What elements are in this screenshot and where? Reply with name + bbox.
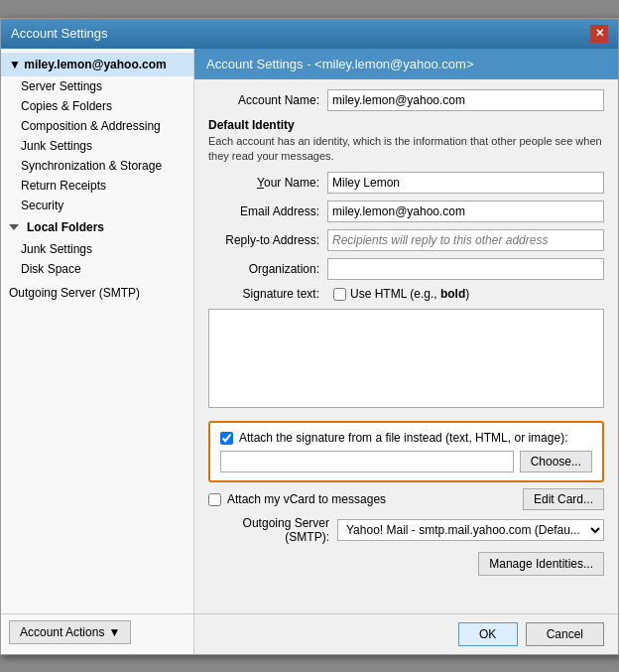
sidebar-item-copies-folders[interactable]: Copies & Folders — [1, 96, 193, 116]
email-row: Email Address: — [208, 201, 604, 222]
account-actions-label: Account Actions — [20, 625, 104, 639]
sidebar-item-sync-storage[interactable]: Synchronization & Storage — [1, 156, 193, 176]
sidebar: ▼ miley.lemon@yahoo.com Server Settings … — [1, 49, 194, 654]
attach-sig-file-input[interactable] — [220, 451, 514, 472]
account-name-input[interactable] — [327, 89, 604, 111]
sidebar-item-label: Composition & Addressing — [21, 119, 161, 133]
reply-to-row: Reply-to Address: — [208, 229, 604, 251]
vcard-row: Attach my vCard to messages Edit Card... — [208, 488, 604, 510]
account-name-label: Account Name: — [208, 93, 327, 107]
sidebar-item-label: Disk Space — [21, 262, 81, 276]
use-html-label: Use HTML (e.g., bold) — [350, 287, 469, 301]
title-bar: Account Settings ✕ — [1, 19, 618, 49]
ok-button[interactable]: OK — [458, 622, 518, 646]
sidebar-item-label: Junk Settings — [21, 139, 92, 153]
signature-section: Signature text: Use HTML (e.g., bold) — [208, 287, 604, 415]
outgoing-server-label: Outgoing Server (SMTP): — [208, 516, 337, 544]
email-input[interactable] — [327, 201, 604, 222]
account-name-row: Account Name: — [208, 89, 604, 111]
outgoing-server-select[interactable]: Yahoo! Mail - smtp.mail.yahoo.com (Defau… — [337, 519, 604, 541]
sidebar-item-junk[interactable]: Junk Settings — [1, 136, 193, 156]
main-header: Account Settings - <miley.lemon@yahoo.co… — [194, 49, 618, 79]
collapse-icon — [9, 224, 19, 230]
signature-text-row: Signature text: Use HTML (e.g., bold) — [208, 287, 604, 301]
sidebar-item-outgoing-smtp[interactable]: Outgoing Server (SMTP) — [1, 283, 193, 303]
attach-sig-checkbox[interactable] — [220, 432, 233, 445]
vcard-checkbox[interactable] — [208, 493, 221, 506]
sidebar-account-item[interactable]: ▼ miley.lemon@yahoo.com — [1, 53, 193, 76]
use-html-checkbox[interactable] — [333, 288, 346, 301]
reply-to-label: Reply-to Address: — [208, 233, 327, 247]
window-footer: OK Cancel — [194, 613, 618, 654]
default-identity-desc: Each account has an identity, which is t… — [208, 134, 604, 165]
signature-textarea[interactable] — [208, 309, 604, 408]
attach-signature-box: Attach the signature from a file instead… — [208, 421, 604, 482]
sidebar-item-return-receipts[interactable]: Return Receipts — [1, 176, 193, 196]
sidebar-item-label: Junk Settings — [21, 242, 92, 256]
attach-sig-input-row: Choose... — [220, 451, 592, 472]
default-identity-label: Default Identity — [208, 118, 604, 132]
attach-sig-label: Attach the signature from a file instead… — [239, 431, 567, 445]
sidebar-item-label: Outgoing Server (SMTP) — [9, 286, 140, 300]
dropdown-arrow-icon: ▼ — [108, 625, 120, 639]
your-name-row: Your Name: — [208, 172, 604, 194]
account-settings-window: Account Settings ✕ ▼ miley.lemon@yahoo.c… — [0, 18, 619, 655]
reply-to-input[interactable] — [327, 229, 604, 251]
sidebar-local-folders-header[interactable]: Local Folders — [1, 215, 193, 239]
sidebar-item-label: Server Settings — [21, 79, 102, 93]
window-body: ▼ miley.lemon@yahoo.com Server Settings … — [1, 49, 618, 654]
outgoing-server-row: Outgoing Server (SMTP): Yahoo! Mail - sm… — [208, 516, 604, 544]
sidebar-item-label: Security — [21, 199, 63, 212]
cancel-button[interactable]: Cancel — [526, 622, 604, 646]
sidebar-account-label: miley.lemon@yahoo.com — [24, 58, 167, 71]
sidebar-item-label: Return Receipts — [21, 179, 106, 193]
manage-identities-button[interactable]: Manage Identities... — [478, 552, 604, 576]
sidebar-account-triangle: ▼ — [9, 58, 24, 71]
sidebar-item-junk-settings-local[interactable]: Junk Settings — [1, 239, 193, 259]
attach-sig-checkbox-row: Attach the signature from a file instead… — [220, 431, 592, 445]
organization-input[interactable] — [327, 258, 604, 280]
sidebar-item-label: Synchronization & Storage — [21, 159, 162, 173]
sidebar-item-disk-space[interactable]: Disk Space — [1, 259, 193, 279]
use-html-row: Use HTML (e.g., bold) — [333, 287, 469, 301]
main-header-text: Account Settings - <miley.lemon@yahoo.co… — [206, 57, 473, 71]
sidebar-item-security[interactable]: Security — [1, 196, 193, 215]
sidebar-bottom: Account Actions ▼ — [1, 613, 193, 650]
main-body: Account Name: Default Identity Each acco… — [194, 79, 618, 613]
your-name-input[interactable] — [327, 172, 604, 194]
edit-card-button[interactable]: Edit Card... — [523, 488, 604, 510]
email-label: Email Address: — [208, 204, 327, 218]
main-content: Account Settings - <miley.lemon@yahoo.co… — [194, 49, 618, 654]
your-name-label: Your Name: — [208, 176, 327, 190]
sidebar-item-composition[interactable]: Composition & Addressing — [1, 116, 193, 136]
choose-button[interactable]: Choose... — [520, 451, 592, 472]
vcard-label: Attach my vCard to messages — [227, 492, 386, 506]
sidebar-item-server-settings[interactable]: Server Settings — [1, 76, 193, 96]
sidebar-item-label: Copies & Folders — [21, 99, 112, 113]
close-button[interactable]: ✕ — [590, 25, 608, 43]
organization-row: Organization: — [208, 258, 604, 280]
account-actions-button[interactable]: Account Actions ▼ — [9, 620, 131, 644]
signature-text-label: Signature text: — [208, 287, 327, 301]
title-bar-text: Account Settings — [11, 26, 108, 41]
sidebar-local-folders-label: Local Folders — [27, 220, 104, 234]
organization-label: Organization: — [208, 262, 327, 276]
